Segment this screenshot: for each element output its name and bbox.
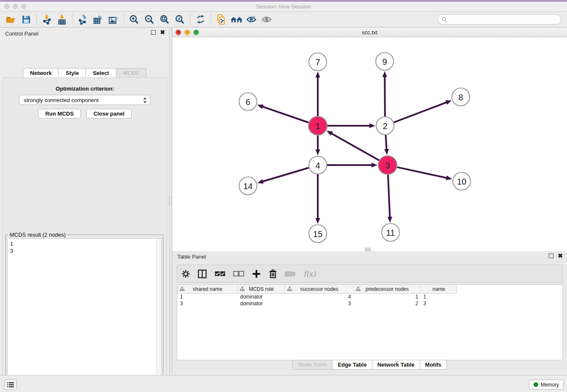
node-label-8: 8 xyxy=(458,93,463,102)
node-label-14: 14 xyxy=(243,182,253,191)
export-network-button[interactable] xyxy=(75,13,91,26)
tab-motifs[interactable]: Motifs xyxy=(420,360,447,370)
add-column-button[interactable] xyxy=(252,269,261,279)
vertical-divider-handle[interactable] xyxy=(169,197,172,204)
result-line: 3 xyxy=(10,247,159,254)
mcds-result-text-area[interactable]: 1 3 xyxy=(7,238,162,392)
edge-1-6[interactable] xyxy=(262,106,308,122)
column-header-name[interactable]: name xyxy=(421,285,457,293)
settings-gear-icon xyxy=(182,270,190,278)
edge-2-9[interactable] xyxy=(385,76,385,116)
close-panel-icon[interactable]: ✖ xyxy=(160,30,165,35)
delete-column-button[interactable] xyxy=(285,270,296,278)
zoom-fit-icon xyxy=(159,14,170,25)
edge-3-11[interactable] xyxy=(388,175,390,218)
search-input[interactable] xyxy=(449,17,557,22)
function-builder-button[interactable]: f(x) xyxy=(303,270,316,278)
tab-style[interactable]: Style xyxy=(59,68,86,78)
first-neighbors-button[interactable] xyxy=(229,13,244,26)
node-label-1: 1 xyxy=(315,121,320,131)
network-graph: 7968124314101511 xyxy=(172,37,567,251)
import-network-icon xyxy=(41,14,52,25)
delete-row-button[interactable] xyxy=(269,269,277,279)
mcds-result-title: MCDS result (2 nodes) xyxy=(8,232,67,238)
memory-button[interactable]: Memory xyxy=(529,380,564,389)
column-header-shared-name[interactable]: shared name xyxy=(178,285,238,293)
mcds-tab-content: Optimization criterion: strongly connect… xyxy=(3,77,167,392)
import-table-icon xyxy=(57,14,68,25)
node-table: shared name MCDS role successor nodes pr… xyxy=(177,284,563,360)
result-scrollbar[interactable] xyxy=(156,239,161,392)
arrowhead-2-3 xyxy=(384,149,389,155)
search-field[interactable] xyxy=(438,14,561,25)
import-network-button[interactable] xyxy=(39,13,55,26)
tab-mcds[interactable]: MCDS xyxy=(116,68,146,78)
float-table-panel-icon[interactable] xyxy=(549,254,553,258)
control-panel-title: Control Panel xyxy=(5,30,39,37)
edge-2-8[interactable] xyxy=(394,102,447,122)
clone-network-button[interactable] xyxy=(214,13,229,26)
column-header-mcds-role[interactable]: MCDS role xyxy=(238,285,285,293)
import-table-button[interactable] xyxy=(55,13,70,26)
unselect-all-columns-icon xyxy=(233,271,244,277)
zoom-in-icon xyxy=(129,14,140,25)
network-view-window: ✕ − + scc.txt 7968124314101511 xyxy=(172,28,567,251)
export-image-button[interactable] xyxy=(106,13,121,26)
tab-node-table[interactable]: Node Table xyxy=(292,360,333,370)
table-row[interactable]: 1 dominator 4 1 1 xyxy=(178,293,457,300)
node-label-11: 11 xyxy=(386,228,395,237)
unselect-all-columns-button[interactable] xyxy=(233,271,244,277)
column-header-predecessor-nodes[interactable]: predecessor nodes xyxy=(354,285,421,293)
search-icon xyxy=(441,17,447,22)
hide-selected-button[interactable] xyxy=(244,13,259,26)
zoom-fit-button[interactable] xyxy=(157,13,172,26)
edge-2-3[interactable] xyxy=(385,135,386,150)
edge-3-10[interactable] xyxy=(397,167,447,178)
save-session-icon xyxy=(21,14,31,25)
horizontal-divider-handle[interactable] xyxy=(365,248,371,251)
network-canvas[interactable]: 7968124314101511 xyxy=(172,37,567,251)
edge-4-14[interactable] xyxy=(262,168,309,182)
show-panels-menu-button[interactable] xyxy=(4,379,17,390)
optimization-criterion-label: Optimization criterion: xyxy=(3,86,167,92)
node-label-7: 7 xyxy=(315,58,320,67)
close-panel-button[interactable]: Close panel xyxy=(86,109,132,119)
add-column-icon xyxy=(252,269,261,279)
node-label-2: 2 xyxy=(383,121,387,131)
tab-select[interactable]: Select xyxy=(86,68,116,78)
float-panel-icon[interactable] xyxy=(151,30,156,35)
arrowhead-2-9 xyxy=(383,71,387,77)
zoom-in-button[interactable] xyxy=(127,13,142,26)
node-label-15: 15 xyxy=(313,229,322,239)
settings-gear-button[interactable] xyxy=(182,270,190,278)
edge-3-1[interactable] xyxy=(331,133,379,160)
table-row[interactable]: 3 dominator 3 2 3 xyxy=(178,300,457,307)
open-session-button[interactable] xyxy=(3,13,19,26)
show-all-button[interactable] xyxy=(259,13,275,26)
criterion-select[interactable]: strongly connected component xyxy=(19,95,150,105)
tab-edge-table[interactable]: Edge Table xyxy=(333,360,372,370)
toolbar-separator xyxy=(36,14,37,25)
show-columns-button[interactable] xyxy=(198,269,207,279)
zoom-selected-button[interactable] xyxy=(172,13,187,26)
node-label-6: 6 xyxy=(245,97,250,107)
select-all-columns-button[interactable] xyxy=(215,271,226,277)
network-window-titlebar[interactable]: ✕ − + scc.txt xyxy=(172,28,567,37)
arrowhead-4-3 xyxy=(372,163,377,168)
export-image-icon xyxy=(107,14,119,25)
column-header-successor-nodes[interactable]: successor nodes xyxy=(285,285,354,293)
memory-status-icon xyxy=(534,382,538,387)
export-table-button[interactable] xyxy=(91,13,106,26)
zoom-out-button[interactable] xyxy=(142,13,157,26)
run-mcds-button[interactable]: Run MCDS xyxy=(38,109,81,119)
column-type-icon xyxy=(356,287,361,291)
apply-layout-button[interactable] xyxy=(193,13,208,26)
close-table-panel-icon[interactable]: ✖ xyxy=(558,254,563,258)
column-type-icon xyxy=(240,287,245,291)
delete-column-icon xyxy=(285,270,296,278)
delete-row-icon xyxy=(269,269,277,279)
tab-network-table[interactable]: Network Table xyxy=(372,360,420,370)
tab-network[interactable]: Network xyxy=(23,68,59,78)
save-session-button[interactable] xyxy=(19,13,34,26)
export-network-icon xyxy=(77,14,88,25)
